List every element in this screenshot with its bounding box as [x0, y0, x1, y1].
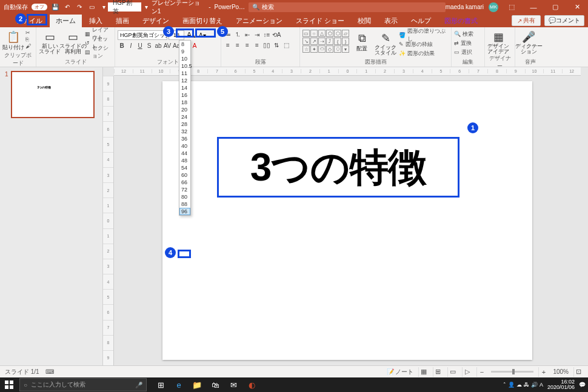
tray-volume-icon[interactable]: 🔊	[531, 382, 538, 388]
design-ideas-button[interactable]: ▦デザイン アイデア	[487, 28, 509, 55]
tab-view[interactable]: 表示	[378, 15, 404, 27]
close-icon[interactable]: ✕	[569, 0, 586, 14]
tray-network-icon[interactable]: 🖧	[524, 382, 529, 388]
shape-outline-button[interactable]: ✎図形の枠線	[399, 40, 449, 48]
tab-transition[interactable]: 画面切り替え	[176, 15, 229, 27]
cut-icon[interactable]: ✂	[25, 30, 31, 36]
arrange-button[interactable]: ⧉配置	[352, 30, 372, 53]
tab-design[interactable]: デザイン	[136, 15, 175, 27]
user-name[interactable]: maeda kamari	[446, 4, 484, 10]
tray-onedrive-icon[interactable]: ☁	[516, 382, 522, 388]
font-size-option-80[interactable]: 80	[179, 193, 190, 201]
shapes-gallery[interactable]: ▭○△⬠⬡▱ ↘↗⇢⤴{} ☆✦⬭◇⬯▾	[302, 30, 349, 53]
task-view-icon[interactable]: ⊞	[152, 377, 170, 392]
font-size-option-20[interactable]: 20	[179, 106, 190, 113]
thumbnail-pane[interactable]: 1 3つの特徴	[0, 67, 103, 365]
slide-canvas[interactable]: 3つの特徴	[162, 81, 532, 360]
tray-up-icon[interactable]: ˄	[503, 382, 506, 388]
italic-button[interactable]: I	[127, 41, 135, 50]
tray-ime-icon[interactable]: A	[540, 382, 543, 388]
tab-animation[interactable]: アニメーション	[230, 15, 289, 27]
justify-button[interactable]: ≡	[253, 41, 261, 49]
select-button[interactable]: ▭選択	[454, 48, 473, 56]
font-size-option-10[interactable]: 10	[179, 55, 190, 62]
increase-font-icon[interactable]: A▴	[185, 31, 196, 39]
font-size-option-88[interactable]: 88	[179, 201, 190, 208]
powerpoint-icon[interactable]: ◐	[242, 377, 261, 392]
shape-fill-button[interactable]: 🪣図形の塗りつぶし	[399, 31, 449, 39]
tab-slideshow[interactable]: スライド ショー	[290, 15, 350, 27]
paste-button[interactable]: 📋 貼り付け	[2, 28, 24, 51]
font-size-option-96[interactable]: 96	[179, 208, 190, 215]
align-right-button[interactable]: ≡	[243, 41, 252, 49]
tab-review[interactable]: 校閲	[352, 15, 377, 27]
font-size-option-10.5[interactable]: 10.5	[179, 62, 190, 70]
font-name-input[interactable]: HGP創英角ゴシックUB	[118, 30, 167, 40]
font-size-option-24[interactable]: 24	[179, 113, 190, 121]
store-icon[interactable]: 🛍	[206, 377, 224, 392]
zoom-in-icon[interactable]: +	[538, 367, 548, 377]
font-size-option-12[interactable]: 12	[179, 77, 190, 84]
section-button[interactable]: ▤セクション	[85, 48, 112, 56]
numbering-button[interactable]: ⒈	[233, 30, 242, 39]
copy-icon[interactable]: ⎘	[25, 36, 31, 42]
font-size-option-11[interactable]: 11	[179, 70, 190, 77]
tab-draw[interactable]: 描画	[110, 15, 135, 27]
font-size-option-14[interactable]: 14	[179, 84, 190, 91]
new-slide-button[interactable]: ▭ 新しい スライド	[39, 28, 61, 55]
minimize-icon[interactable]: —	[525, 0, 542, 14]
dictate-button[interactable]: 🎤ディクテー ション	[518, 28, 540, 55]
align-text-button[interactable]: ⇅	[272, 41, 281, 49]
align-center-button[interactable]: ≡	[233, 41, 242, 49]
quick-dropdown-icon[interactable]: ▾	[145, 4, 148, 10]
comment-button[interactable]: 💬コメント	[544, 15, 584, 26]
text-direction-button[interactable]: ⟲A	[272, 30, 281, 39]
char-spacing-button[interactable]: AV	[163, 41, 172, 50]
save-icon[interactable]: 💾	[51, 3, 59, 12]
autosave-toggle[interactable]: オフ	[32, 4, 47, 10]
font-size-option-16[interactable]: 16	[179, 91, 190, 99]
font-size-option-36[interactable]: 36	[179, 135, 190, 142]
line-spacing-button[interactable]: ↕≡	[262, 30, 271, 39]
tab-help[interactable]: ヘルプ	[405, 15, 437, 27]
reuse-slide-button[interactable]: ▭ スライドの 再利用	[62, 28, 84, 55]
shape-effects-button[interactable]: ✨図形の効果	[399, 49, 449, 58]
sorter-view-icon[interactable]: ⊞	[433, 367, 443, 377]
font-size-option-32[interactable]: 32	[179, 128, 190, 135]
slideshow-view-icon[interactable]: ▷	[462, 367, 472, 377]
search-box[interactable]: 🔍 検索	[249, 2, 446, 12]
redo-icon[interactable]: ↷	[75, 3, 84, 12]
decrease-indent-button[interactable]: ⇤	[243, 30, 252, 39]
explorer-icon[interactable]: 📁	[188, 377, 206, 392]
tray-notifications-icon[interactable]: 💬	[579, 382, 586, 388]
undo-icon[interactable]: ↶	[63, 3, 72, 12]
find-button[interactable]: 🔍検索	[454, 30, 473, 38]
notes-button[interactable]: 📝 ノート	[387, 368, 414, 376]
normal-view-icon[interactable]: ▦	[418, 367, 428, 377]
font-size-option-18[interactable]: 18	[179, 99, 190, 106]
format-painter-icon[interactable]: 🖌	[25, 43, 31, 49]
edge-icon[interactable]: e	[170, 377, 188, 392]
zoom-slider[interactable]	[491, 371, 533, 373]
font-size-option-66[interactable]: 66	[179, 179, 190, 186]
user-avatar[interactable]: MK	[489, 2, 498, 12]
fit-window-icon[interactable]: ⊡	[573, 367, 583, 377]
lang-icon[interactable]: ⌨	[45, 368, 54, 375]
maximize-icon[interactable]: ▢	[547, 0, 564, 14]
slide-thumbnail[interactable]: 3つの特徴	[11, 71, 95, 118]
align-left-button[interactable]: ≡	[224, 41, 232, 49]
taskbar-clock[interactable]: 16:02 2020/01/06	[545, 379, 577, 390]
zoom-level[interactable]: 100%	[553, 368, 569, 375]
start-slideshow-icon[interactable]: ▭	[87, 3, 96, 12]
underline-button[interactable]: U	[136, 41, 144, 50]
mail-icon[interactable]: ✉	[224, 377, 242, 392]
taskbar-mic-icon[interactable]: 🎤	[135, 382, 142, 388]
tray-people-icon[interactable]: 👤	[508, 382, 515, 388]
replace-button[interactable]: ⇄置換	[454, 39, 473, 47]
shadow-button[interactable]: ab	[154, 41, 162, 50]
zoom-out-icon[interactable]: −	[476, 367, 486, 377]
tab-shape-format[interactable]: 図形の書式	[438, 15, 484, 27]
bold-button[interactable]: B	[118, 41, 126, 50]
font-size-option-48[interactable]: 48	[179, 157, 190, 164]
ribbon-options-icon[interactable]: ⬚	[503, 0, 520, 14]
